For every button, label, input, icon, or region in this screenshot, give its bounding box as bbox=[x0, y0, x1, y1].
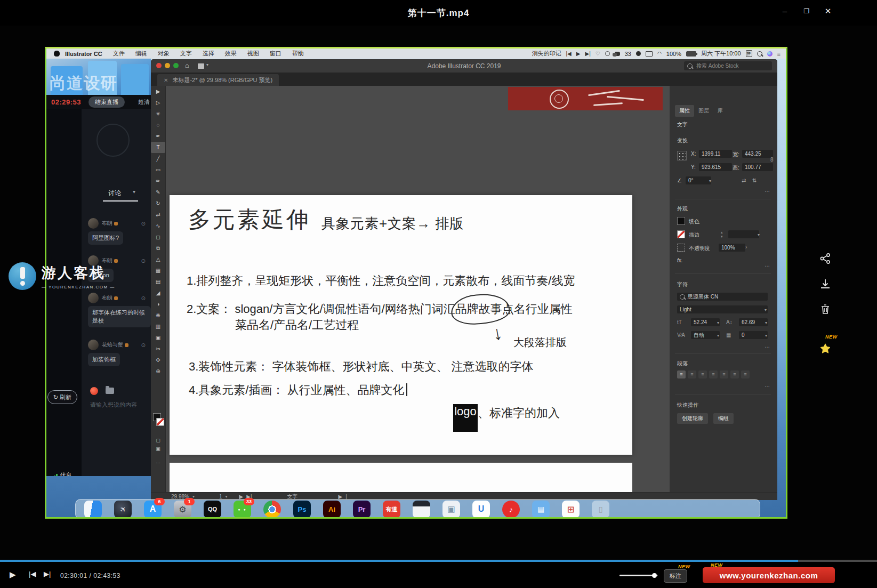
type-tool[interactable]: T bbox=[151, 142, 165, 153]
launchpad[interactable]: ✈ bbox=[114, 501, 132, 518]
chevron-down-icon[interactable]: ▾ bbox=[765, 320, 767, 325]
menubar-item[interactable]: 编辑 bbox=[130, 50, 152, 58]
wifi-icon[interactable]: ◠ bbox=[657, 51, 662, 56]
fill-color-swatch[interactable] bbox=[677, 217, 685, 225]
download-button[interactable] bbox=[816, 275, 834, 293]
font-family-field[interactable]: 思源黑体 CN bbox=[677, 293, 768, 301]
siri-icon[interactable] bbox=[767, 51, 773, 57]
hand-tool[interactable]: ✣ bbox=[151, 355, 165, 366]
apple-menu-icon[interactable] bbox=[54, 51, 60, 57]
justify-all-button[interactable]: ≡ bbox=[741, 370, 750, 378]
menubar-item[interactable]: 视图 bbox=[242, 50, 264, 58]
user-menu-icon[interactable]: ⊙ bbox=[141, 342, 146, 348]
menubar-item[interactable]: 文字 bbox=[175, 50, 197, 58]
menubar-item[interactable]: 文件 bbox=[108, 50, 130, 58]
flip-vertical-icon[interactable]: ⇅ bbox=[752, 178, 757, 183]
emoji-icon[interactable] bbox=[90, 387, 98, 395]
video-editor[interactable] bbox=[413, 501, 430, 518]
photoshop[interactable]: Ps bbox=[293, 501, 311, 518]
more-options-icon[interactable]: … bbox=[765, 262, 770, 268]
w-field[interactable]: 443.25 bbox=[742, 150, 773, 158]
opacity-more-icon[interactable]: › bbox=[745, 244, 747, 250]
pencil-tool[interactable]: ✎ bbox=[151, 187, 165, 198]
screen-mode-icon[interactable]: ▣ bbox=[151, 446, 165, 452]
status-dot-icon[interactable] bbox=[636, 51, 641, 56]
system-preferences[interactable]: ⚙ 1 bbox=[174, 501, 191, 518]
qq[interactable]: QQ bbox=[204, 501, 221, 518]
close-icon[interactable]: ✕ bbox=[164, 77, 168, 83]
chevron-down-icon[interactable]: ▾ bbox=[765, 308, 767, 312]
symbol-sprayer-tool[interactable]: ❋ bbox=[151, 310, 165, 321]
wechat[interactable]: ● ● 33 bbox=[234, 501, 251, 518]
chevron-down-icon[interactable]: ▾ bbox=[717, 320, 719, 325]
selection-tool[interactable]: ▶ bbox=[151, 86, 165, 97]
media-prev-icon[interactable]: |◀ bbox=[566, 51, 571, 57]
delete-button[interactable] bbox=[816, 300, 834, 318]
trash[interactable]: ▯ bbox=[592, 501, 609, 518]
menubar-item[interactable]: 选择 bbox=[197, 50, 220, 58]
flip-horizontal-icon[interactable]: ⇄ bbox=[742, 178, 746, 183]
next-button[interactable]: ▶| bbox=[44, 570, 51, 578]
opacity-field[interactable]: 100% bbox=[719, 244, 745, 252]
fx-button[interactable]: fx. bbox=[677, 257, 683, 263]
heart-icon[interactable]: ♡ bbox=[596, 51, 600, 57]
scale-tool[interactable]: ⇄ bbox=[151, 209, 165, 220]
y-field[interactable]: 923.615 bbox=[699, 163, 732, 171]
mesh-tool[interactable]: ▦ bbox=[151, 265, 165, 276]
stock-search-input[interactable] bbox=[695, 62, 769, 69]
chevron-down-icon[interactable]: ▾ bbox=[226, 494, 228, 499]
more-options-icon[interactable]: … bbox=[765, 343, 770, 349]
annotate-button[interactable]: 标注 bbox=[664, 569, 687, 583]
stroke-weight-field[interactable] bbox=[728, 230, 759, 238]
chevron-down-icon[interactable]: ▾ bbox=[765, 333, 767, 338]
menubar-item[interactable]: 帮助 bbox=[287, 50, 309, 58]
lasso-tool[interactable]: ◌ bbox=[151, 119, 165, 131]
music-app-icon[interactable] bbox=[605, 51, 610, 56]
zoom-tool[interactable]: ⊕ bbox=[151, 366, 165, 377]
refresh-button[interactable]: ↻ 刷新 bbox=[47, 390, 77, 404]
more-options-icon[interactable]: … bbox=[765, 187, 770, 193]
reference-point-icon[interactable] bbox=[677, 151, 687, 160]
width-tool[interactable]: ∿ bbox=[151, 220, 165, 231]
menubar-item[interactable]: 效果 bbox=[220, 50, 242, 58]
graph-tool[interactable]: ▥ bbox=[151, 321, 165, 332]
pen-tool[interactable]: ✒ bbox=[151, 131, 165, 142]
volume-slider[interactable] bbox=[619, 575, 658, 576]
panel-tab[interactable]: 图层 bbox=[694, 105, 713, 117]
panel-tab[interactable]: 属性 bbox=[675, 105, 694, 117]
tracking-field[interactable]: 0 bbox=[739, 331, 768, 339]
font-weight-field[interactable]: Light bbox=[677, 305, 768, 313]
font-size-field[interactable]: 52.24 bbox=[691, 318, 720, 326]
stroke-swatch[interactable] bbox=[156, 418, 164, 426]
documents-folder[interactable]: ▤ bbox=[532, 501, 550, 518]
user-menu-icon[interactable]: ⊙ bbox=[141, 221, 146, 227]
chrome[interactable] bbox=[263, 501, 281, 518]
media-play-icon[interactable]: ▶ bbox=[576, 51, 581, 57]
menubar-item[interactable]: 对象 bbox=[152, 50, 175, 58]
share-button[interactable] bbox=[816, 249, 834, 268]
artboard-tool[interactable]: ▣ bbox=[151, 332, 165, 343]
quick-action-button[interactable]: 编组 bbox=[713, 413, 734, 424]
preview-photos[interactable]: ▣ bbox=[442, 501, 460, 518]
quick-action-button[interactable]: 创建轮廓 bbox=[677, 413, 708, 424]
rectangle-tool[interactable]: ▭ bbox=[151, 164, 165, 175]
input-method-icon[interactable]: 拼 bbox=[746, 50, 752, 57]
premiere[interactable]: Pr bbox=[353, 501, 371, 518]
user-menu-icon[interactable]: ⊙ bbox=[141, 258, 146, 264]
justify-center-button[interactable]: ≡ bbox=[720, 370, 728, 378]
duck-app[interactable]: U bbox=[472, 501, 490, 518]
panel-tab[interactable]: 库 bbox=[713, 105, 727, 117]
avatar[interactable] bbox=[88, 218, 99, 229]
tab-discussion[interactable]: 讨论 bbox=[108, 189, 121, 198]
leading-field[interactable]: 62.69 bbox=[739, 318, 768, 326]
menubar-item[interactable]: 窗口 bbox=[264, 50, 287, 58]
quality-selector[interactable]: 超清 bbox=[138, 98, 150, 106]
end-live-button[interactable]: 结束直播 bbox=[88, 96, 125, 108]
finder[interactable] bbox=[84, 501, 102, 518]
image-upload-icon[interactable] bbox=[106, 388, 114, 394]
document-tab[interactable]: ✕ 未标题-2* @ 29.98% (RGB/GPU 预览) bbox=[157, 74, 279, 86]
x-field[interactable]: 1399.11 bbox=[699, 150, 732, 158]
stepper-icon[interactable]: ▴▾ bbox=[721, 230, 723, 239]
chat-bubbles-icon[interactable] bbox=[615, 52, 620, 56]
more-options-icon[interactable]: … bbox=[765, 382, 770, 388]
